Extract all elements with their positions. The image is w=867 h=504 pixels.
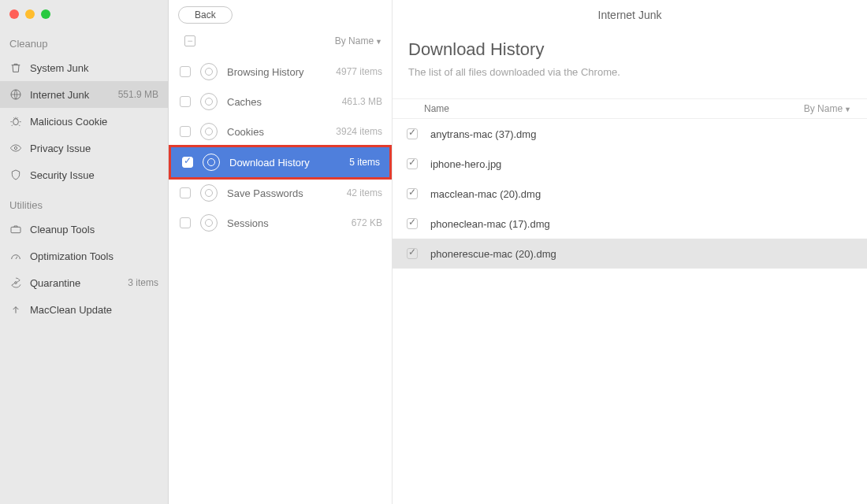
category-meta: 4977 items xyxy=(336,66,382,77)
sidebar-item-security-issue[interactable]: Security Issue xyxy=(0,161,168,188)
category-label: Download History xyxy=(229,157,310,169)
file-list: anytrans-mac (37).dmg iphone-hero.jpg ma… xyxy=(393,119,867,504)
chrome-icon xyxy=(203,154,220,171)
bug-icon xyxy=(9,115,22,128)
globe-icon xyxy=(9,88,22,101)
upload-icon xyxy=(9,303,22,316)
column-header-name: Name xyxy=(424,103,449,114)
category-item-caches[interactable]: Caches 461.3 MB xyxy=(169,87,392,117)
collapse-toggle-icon[interactable]: − xyxy=(184,35,195,46)
minimize-icon[interactable] xyxy=(25,9,35,19)
trash-icon xyxy=(9,61,22,74)
category-label: Save Passwords xyxy=(227,187,303,199)
detail-table-header: Name By Name▼ xyxy=(393,98,867,119)
category-label: Sessions xyxy=(227,217,269,229)
chrome-icon xyxy=(200,123,218,140)
checkbox[interactable] xyxy=(407,218,418,229)
file-name: iphone-hero.jpg xyxy=(430,158,501,170)
chrome-icon xyxy=(200,184,218,202)
radiation-icon xyxy=(9,276,22,289)
back-button[interactable]: Back xyxy=(178,6,233,24)
sidebar-item-macclean-update[interactable]: MacClean Update xyxy=(0,296,168,323)
svg-point-4 xyxy=(15,282,17,284)
category-item-sessions[interactable]: Sessions 672 KB xyxy=(169,208,392,238)
sort-by-name-button[interactable]: By Name▼ xyxy=(335,35,382,46)
sidebar-item-optimization-tools[interactable]: Optimization Tools xyxy=(0,243,168,269)
checkbox[interactable] xyxy=(180,217,191,228)
sidebar-item-system-junk[interactable]: System Junk xyxy=(0,54,168,81)
sort-label: By Name xyxy=(335,35,374,46)
category-meta: 461.3 MB xyxy=(342,96,382,107)
category-list: Browsing History 4977 items Caches 461.3… xyxy=(169,57,392,238)
sort-by-name-button[interactable]: By Name▼ xyxy=(804,103,851,114)
file-name: phoneclean-mac (17).dmg xyxy=(430,218,550,230)
gauge-icon xyxy=(9,250,22,262)
sidebar-item-quarantine[interactable]: Quarantine 3 items xyxy=(0,269,168,296)
checkbox[interactable] xyxy=(180,187,191,198)
checkbox[interactable] xyxy=(180,126,191,137)
file-name: anytrans-mac (37).dmg xyxy=(430,128,536,140)
sidebar-item-malicious-cookie[interactable]: Malicious Cookie xyxy=(0,108,168,135)
sidebar-item-privacy-issue[interactable]: Privacy Issue xyxy=(0,135,168,161)
close-icon[interactable] xyxy=(9,9,19,19)
detail-pane: Internet Junk Download History The list … xyxy=(393,0,867,504)
category-label: Browsing History xyxy=(227,66,304,78)
checkbox[interactable] xyxy=(407,158,418,169)
detail-heading: Download History The list of all files d… xyxy=(393,30,867,84)
shield-icon xyxy=(9,169,22,181)
file-row[interactable]: anytrans-mac (37).dmg xyxy=(393,119,867,149)
svg-rect-3 xyxy=(11,227,20,232)
file-row[interactable]: phonerescue-mac (20).dmg xyxy=(393,239,867,269)
sidebar-item-label: Quarantine xyxy=(30,277,80,289)
sidebar: Cleanup System Junk Internet Junk 551.9 … xyxy=(0,0,169,504)
category-pane: Back − By Name▼ Browsing History 4977 it… xyxy=(169,0,393,504)
sidebar-item-meta: 551.9 MB xyxy=(118,89,158,100)
chevron-down-icon: ▼ xyxy=(844,106,851,113)
sidebar-section-header: Utilities xyxy=(0,188,168,216)
toolbox-icon xyxy=(9,223,22,235)
sidebar-item-label: Security Issue xyxy=(30,169,95,181)
file-name: macclean-mac (20).dmg xyxy=(430,188,541,200)
checkbox[interactable] xyxy=(180,66,191,77)
checkbox[interactable] xyxy=(180,96,191,107)
category-meta: 5 items xyxy=(349,157,380,168)
sidebar-section-header: Cleanup xyxy=(0,27,168,54)
category-meta: 672 KB xyxy=(352,217,382,228)
category-list-header: − By Name▼ xyxy=(169,32,392,50)
eye-icon xyxy=(9,142,22,154)
file-row[interactable]: iphone-hero.jpg xyxy=(393,149,867,179)
category-label: Cookies xyxy=(227,126,264,138)
chrome-icon xyxy=(200,214,218,232)
chrome-icon xyxy=(200,63,218,80)
checkbox[interactable] xyxy=(407,188,418,199)
svg-point-1 xyxy=(13,119,19,125)
sort-label: By Name xyxy=(804,103,843,114)
category-item-download-history[interactable]: Download History 5 items xyxy=(171,147,389,177)
sidebar-item-label: Malicious Cookie xyxy=(30,116,107,128)
checkbox[interactable] xyxy=(407,128,418,139)
svg-point-2 xyxy=(14,146,17,149)
detail-title: Download History xyxy=(408,39,851,60)
window-title: Internet Junk xyxy=(393,0,867,30)
sidebar-item-internet-junk[interactable]: Internet Junk 551.9 MB xyxy=(0,81,168,108)
checkbox[interactable] xyxy=(407,248,418,259)
checkbox[interactable] xyxy=(182,157,193,168)
detail-subtitle: The list of all files downloaded via the… xyxy=(408,66,851,78)
sidebar-item-label: Privacy Issue xyxy=(30,143,91,154)
category-item-save-passwords[interactable]: Save Passwords 42 items xyxy=(169,178,392,208)
window-controls xyxy=(0,0,168,27)
zoom-icon[interactable] xyxy=(41,9,50,19)
category-label: Caches xyxy=(227,96,262,108)
chrome-icon xyxy=(200,93,218,110)
category-item-cookies[interactable]: Cookies 3924 items xyxy=(169,117,392,146)
annotation-highlight: Download History 5 items xyxy=(169,145,392,180)
sidebar-item-label: System Junk xyxy=(30,62,88,74)
category-item-browsing-history[interactable]: Browsing History 4977 items xyxy=(169,57,392,87)
sidebar-item-cleanup-tools[interactable]: Cleanup Tools xyxy=(0,216,168,243)
file-name: phonerescue-mac (20).dmg xyxy=(430,248,556,260)
file-row[interactable]: macclean-mac (20).dmg xyxy=(393,179,867,209)
sidebar-item-label: MacClean Update xyxy=(30,304,112,316)
file-row[interactable]: phoneclean-mac (17).dmg xyxy=(393,209,867,239)
category-meta: 42 items xyxy=(347,187,382,198)
sidebar-item-label: Internet Junk xyxy=(30,89,89,101)
